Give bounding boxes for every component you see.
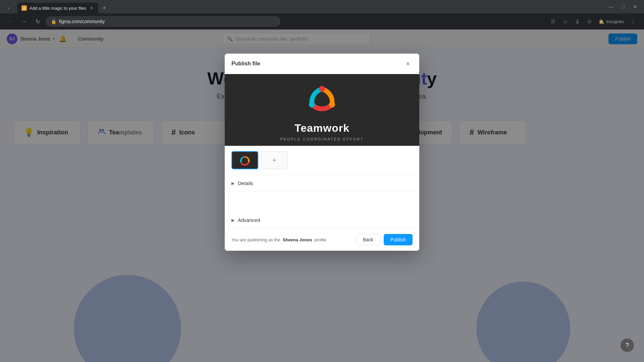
thumbnail-row: + xyxy=(225,146,419,175)
bookmark-icon[interactable]: ☆ xyxy=(560,16,571,27)
address-text: figma.com/community xyxy=(59,19,275,24)
modal-publish-button[interactable]: Publish xyxy=(384,234,413,245)
tab-nav-icons: ‹ xyxy=(4,3,13,13)
address-bar[interactable]: 🔒 figma.com/community xyxy=(46,16,280,27)
modal-body: Teamwork PEOPLE COORDINATED EFFORT + ▶ xyxy=(225,74,419,229)
svg-point-6 xyxy=(329,102,335,108)
teamwork-subtitle: PEOPLE COORDINATED EFFORT xyxy=(280,137,364,141)
browser-chrome: ‹ ✦ Add a little magic to your files ✕ +… xyxy=(0,0,644,29)
browser-icons-right: 👁⃠ ☆ ⇓ ☺ 🕵 Incognito ⋮ xyxy=(548,16,639,27)
profile-icon[interactable]: ☺ xyxy=(584,16,595,27)
active-tab[interactable]: ✦ Add a little magic to your files ✕ xyxy=(17,3,98,13)
details-section[interactable]: ▶ Details xyxy=(225,175,419,192)
teamwork-logo: Teamwork PEOPLE COORDINATED EFFORT xyxy=(280,79,364,141)
advanced-label: Advanced xyxy=(238,217,260,223)
modal-title: Publish file xyxy=(231,61,260,67)
svg-point-5 xyxy=(309,102,315,108)
svg-point-9 xyxy=(248,160,250,162)
publishing-as-text: You are publishing as the Sheena Jones p… xyxy=(231,237,326,242)
teamwork-title: Teamwork xyxy=(294,122,350,134)
publish-file-modal: Publish file × Teamwork xyxy=(225,54,419,251)
tab-favicon: ✦ xyxy=(21,5,27,11)
publishing-as-prefix: You are publishing as the xyxy=(231,237,280,242)
footer-actions: Back Publish xyxy=(356,234,413,245)
tab-close-button[interactable]: ✕ xyxy=(89,5,94,11)
svg-point-8 xyxy=(240,160,242,162)
thumbnail-selected[interactable] xyxy=(231,151,258,169)
download-icon[interactable]: ⇓ xyxy=(572,16,583,27)
back-button[interactable]: Back xyxy=(356,234,380,245)
modal-header: Publish file × xyxy=(225,54,419,74)
tab-nav-back[interactable]: ‹ xyxy=(4,3,13,13)
forward-nav-button[interactable]: → xyxy=(19,16,30,27)
address-bar-row: ← → ↻ 🔒 figma.com/community 👁⃠ ☆ ⇓ ☺ 🕵 I… xyxy=(0,13,644,29)
close-window-button[interactable]: ✕ xyxy=(631,2,640,11)
restore-button[interactable]: □ xyxy=(619,2,628,11)
incognito-icon: 🕵 xyxy=(599,19,604,24)
details-label: Details xyxy=(238,180,253,186)
advanced-section[interactable]: ▶ Advanced xyxy=(225,212,419,229)
publishing-as-user: Sheena Jones xyxy=(283,237,312,242)
help-button[interactable]: ? xyxy=(621,339,634,352)
advanced-chevron-icon: ▶ xyxy=(231,218,234,223)
incognito-button[interactable]: 🕵 Incognito xyxy=(596,18,627,25)
details-chevron-icon: ▶ xyxy=(231,181,234,186)
svg-point-4 xyxy=(319,86,325,92)
logo-svg xyxy=(302,79,342,119)
thumbnail-add-button[interactable]: + xyxy=(261,151,288,169)
minimize-button[interactable]: ― xyxy=(606,2,616,11)
tab-title: Add a little magic to your files xyxy=(30,6,86,11)
new-tab-button[interactable]: + xyxy=(100,3,109,13)
publishing-as-suffix: profile xyxy=(314,237,326,242)
more-options-icon[interactable]: ⋮ xyxy=(628,16,639,27)
back-nav-button[interactable]: ← xyxy=(5,16,16,27)
eye-off-icon[interactable]: 👁⃠ xyxy=(548,16,558,27)
reload-button[interactable]: ↻ xyxy=(32,16,43,27)
svg-point-7 xyxy=(244,156,246,158)
window-controls: ― □ ✕ xyxy=(606,2,640,14)
tab-bar: ‹ ✦ Add a little magic to your files ✕ +… xyxy=(0,0,644,13)
spacer xyxy=(225,192,419,212)
modal-footer: You are publishing as the Sheena Jones p… xyxy=(225,229,419,251)
modal-close-button[interactable]: × xyxy=(403,59,413,68)
incognito-label: Incognito xyxy=(606,19,624,24)
lock-icon: 🔒 xyxy=(51,19,56,24)
preview-image-area: Teamwork PEOPLE COORDINATED EFFORT xyxy=(225,74,419,146)
